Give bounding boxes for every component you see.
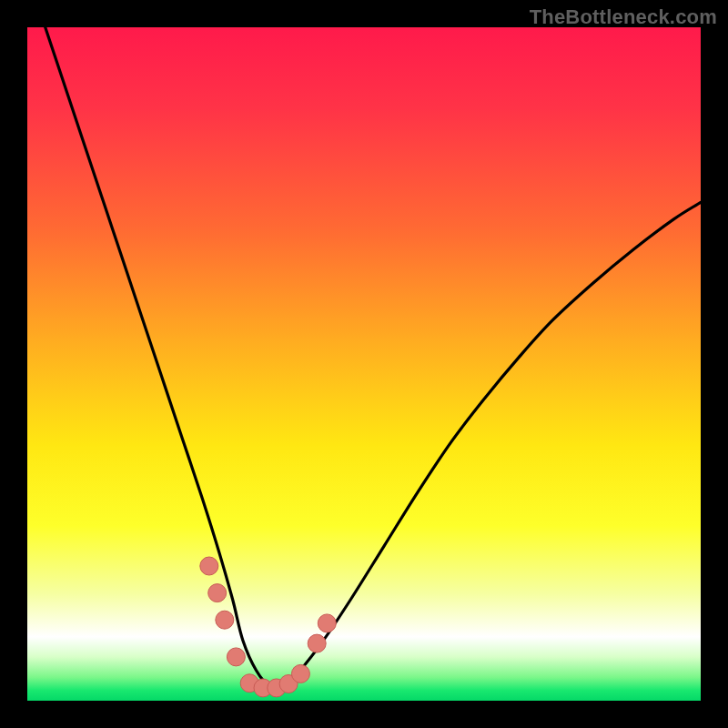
watermark-text: TheBottleneck.com bbox=[530, 5, 717, 29]
curve-marker bbox=[308, 634, 326, 652]
curve-marker bbox=[291, 664, 309, 682]
bottleneck-chart bbox=[27, 27, 701, 701]
curve-marker bbox=[318, 614, 336, 632]
curve-marker bbox=[227, 648, 245, 666]
curve-marker bbox=[208, 584, 227, 602]
curve-marker bbox=[200, 557, 218, 575]
chart-frame bbox=[27, 27, 701, 701]
gradient-background bbox=[27, 27, 701, 701]
curve-marker bbox=[216, 611, 234, 629]
